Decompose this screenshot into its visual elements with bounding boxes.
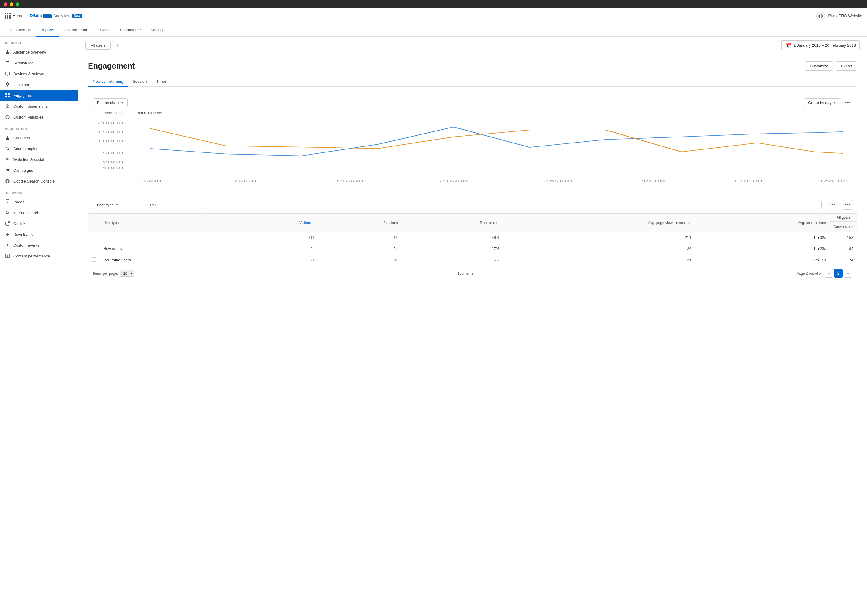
customize-button[interactable]: Customize [805,61,833,71]
segment-add-button[interactable]: + [113,41,122,50]
page-title: Engagement [88,61,135,71]
globe-circle-icon [5,178,10,184]
page-icon [5,199,10,204]
chart-area: 20000 15000 10000 5000 2000 1000 [93,119,852,185]
table-row-summary: 211 211 38% 211 1m 32s 158 [88,232,857,243]
close-btn[interactable] [4,2,7,6]
row-sessions: 24 [318,243,402,255]
topbar-right: Piwik PRO Website [817,12,862,20]
subnav-settings[interactable]: Settings [146,24,169,37]
total-items: 180 items [457,271,473,275]
sidebar-item-outlinks[interactable]: Outlinks [0,218,78,229]
legend-line-blue [95,113,102,113]
chart-more-button[interactable]: ••• [843,98,852,107]
row-avg-session-time: 1m 23s [695,243,830,255]
sidebar-item-custom-variables[interactable]: Custom variables [0,112,78,123]
sidebar-item-session-log[interactable]: Session log [0,57,78,68]
sidebar-item-devices[interactable]: Devices & software [0,68,78,79]
svg-text:7/Jan: 7/Jan [233,179,257,182]
date-picker[interactable]: 📅 1 January 2018 – 20 February 2018 [781,40,860,50]
subnav-reports[interactable]: Reports [36,24,59,37]
dropdown-label: User type [97,203,114,207]
filter-input[interactable] [137,201,202,209]
subnav-goals[interactable]: Goals [95,24,115,37]
page-header: Engagement Customize Export [88,61,858,71]
sidebar-label: Custom dimensions [13,104,47,108]
row-checkbox-input[interactable] [92,258,96,262]
row-avg-session-time: 1m 32s [695,232,830,243]
th-all-goals: All goals [830,214,857,222]
logo: PIWIKPRO Analytics New [30,13,82,18]
minimize-btn[interactable] [9,2,13,6]
pagination: Page 2 out of 5 ← 2 → [796,269,852,278]
subnav-dashboards[interactable]: Dashboards [5,24,36,37]
svg-point-17 [6,147,8,149]
subnav-custom-reports[interactable]: Custom reports [59,24,95,37]
row-avg-pageviews: 24 [503,243,695,255]
tab-session[interactable]: Session [128,77,151,86]
table-more-button[interactable]: ••• [843,200,852,210]
sidebar-item-downloads[interactable]: Downloads [0,229,78,240]
svg-text:1000: 1000 [102,167,123,170]
sidebar-item-content-performance[interactable]: Content performance [0,251,78,261]
sidebar-item-pages[interactable]: Pages [0,196,78,207]
sidebar-item-internal-search[interactable]: Internal search [0,207,78,218]
subnav-ecommerce[interactable]: Ecommerce [115,24,145,37]
main-content: All users + 📅 1 January 2018 – 20 Februa… [78,37,867,616]
row-avg-pageviews: 21 [503,255,695,266]
row-checkbox-input[interactable] [92,246,96,250]
titlebar [0,0,867,8]
svg-text:4/Feb: 4/Feb [641,179,665,182]
row-user-type [100,232,232,243]
svg-text:11/Feb: 11/Feb [733,179,763,182]
table-row-returning-users: Returning users 21 21 16% 21 2m 15s 74 [88,255,857,266]
sidebar-label: Pages [13,200,24,204]
logo-piwik: PIWIKPRO [30,13,52,18]
svg-rect-4 [6,61,9,62]
pin-icon [5,82,10,87]
next-page-button[interactable]: → [844,269,852,278]
current-page-button[interactable]: 2 [834,269,843,278]
sidebar-item-campaigns[interactable]: Campaigns [0,165,78,176]
more-icon: ••• [845,100,850,105]
tab-times[interactable]: Times [151,77,172,86]
plot-on-chart-dropdown[interactable]: Plot on chart ▼ [93,98,128,107]
more-icon: ••• [845,202,850,207]
row-checkbox[interactable] [88,255,100,266]
maximize-btn[interactable] [16,2,19,6]
sidebar-item-audience-overview[interactable]: Audience overview [0,47,78,57]
row-conversions: 92 [830,243,857,255]
prev-page-button[interactable]: ← [824,269,833,278]
sidebar-item-locations[interactable]: Locations [0,79,78,90]
sidebar-label: Locations [13,82,30,87]
segment-tab-all-users[interactable]: All users [85,41,111,50]
sidebar-item-search-engines[interactable]: Search engines [0,143,78,154]
sidebar-item-custom-dimensions[interactable]: Custom dimensions [0,101,78,112]
export-button[interactable]: Export [836,61,858,71]
filter-button[interactable]: Filter [821,201,840,209]
group-by-dropdown[interactable]: Group by day ▼ [804,98,840,107]
select-all-checkbox[interactable] [92,220,96,225]
tab-new-vs-returning[interactable]: New vs. returning [88,77,128,86]
sidebar-item-websites-social[interactable]: Websites & social [0,154,78,165]
sidebar-item-channels[interactable]: Channels [0,132,78,143]
row-conversions: 74 [830,255,857,266]
th-visitors[interactable]: Visitors ↓ [232,214,318,232]
globe-button[interactable] [817,12,825,20]
sidebar-item-google-search-console[interactable]: Google Search Console [0,176,78,187]
sidebar-label: Channels [13,136,30,140]
row-visitors: 21 [232,255,318,266]
data-table: User type Visitors ↓ Sessions Bounce rat… [88,214,857,266]
menu-label: Menu [13,14,22,18]
row-checkbox[interactable] [88,243,100,255]
sidebar-item-custom-events[interactable]: Custom events [0,240,78,251]
search-icon [5,146,10,151]
sidebar-item-engagement[interactable]: Engagement [0,90,78,101]
items-per-page: Items per page: 10 25 50 [93,270,134,277]
items-per-page-select[interactable]: 10 25 50 [120,270,134,277]
svg-text:21/Jan: 21/Jan [440,179,468,182]
chart-section: Plot on chart ▼ Group by day ▼ ••• [88,93,858,190]
menu-button[interactable]: Menu [5,8,26,23]
user-type-dropdown[interactable]: User type ▼ [93,201,135,209]
sidebar-label: Search engines [13,146,40,151]
